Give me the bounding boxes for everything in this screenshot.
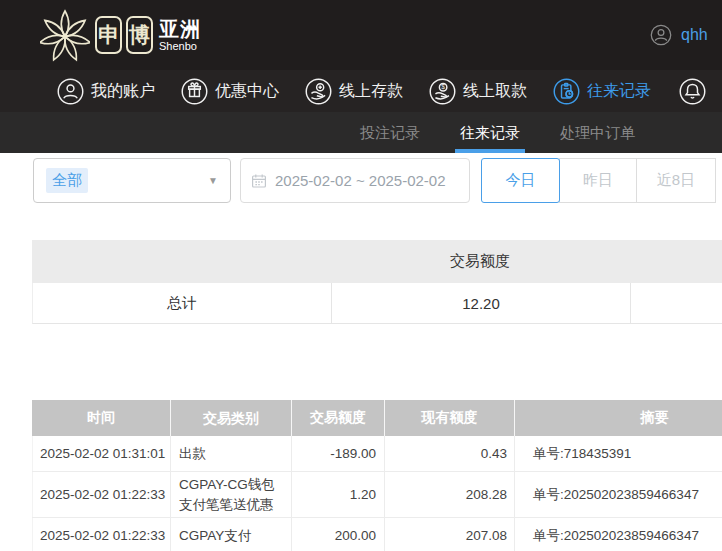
last-8-days-button[interactable]: 近8日 [636, 158, 716, 203]
chevron-down-icon: ▼ [208, 175, 218, 186]
user-area[interactable]: qhh [650, 0, 708, 70]
records-clipboard-icon [553, 78, 580, 105]
cell-amount: 1.20 [292, 472, 385, 517]
summary-total-row: 总计 12.20 [32, 283, 722, 324]
tab-pending-orders[interactable]: 处理中订单 [555, 112, 640, 153]
cell-type: CGPAY支付 [171, 518, 292, 551]
col-header-balance: 现有额度 [385, 400, 515, 436]
deposit-hand-coin-icon [305, 78, 332, 105]
transaction-type-select[interactable]: 全部 ▼ [33, 158, 231, 203]
col-header-type: 交易类别 [171, 400, 292, 436]
bell-icon [679, 78, 706, 105]
app-window: 申 博 亚洲 Shenbo qhh 我的账户 [0, 0, 722, 551]
record-tabs: 投注记录 往来记录 处理中订单 [0, 112, 722, 153]
nav-item-label: 线上取款 [463, 81, 527, 102]
cell-time: 2025-02-02 01:31:01 [32, 436, 171, 471]
cell-amount: -189.00 [292, 436, 385, 471]
flower-logo-icon [40, 8, 90, 62]
summary-total-label: 总计 [33, 283, 331, 323]
logo-char-box-2: 博 [126, 16, 153, 54]
nav-item-label: 线上存款 [339, 81, 403, 102]
summary-table: 交易额度 总计 12.20 [32, 240, 722, 324]
nav-item-label: 优惠中心 [215, 81, 279, 102]
logo-subtitle-text: Shenbo [159, 40, 201, 53]
records-table: 时间 交易类别 交易额度 现有额度 摘要 2025-02-02 01:31:01… [32, 400, 722, 551]
summary-total-value: 12.20 [331, 283, 631, 323]
summary-header-row: 交易额度 [32, 240, 722, 283]
date-range-value: 2025-02-02 ~ 2025-02-02 [275, 172, 446, 189]
svg-text:$: $ [441, 83, 445, 90]
main-nav: 我的账户 优惠中心 线上存款 $ [0, 70, 722, 112]
type-select-value: 全部 [46, 168, 88, 193]
tab-betting-records[interactable]: 投注记录 [355, 112, 425, 153]
site-logo[interactable]: 申 博 亚洲 Shenbo [40, 8, 201, 62]
table-row: 2025-02-02 01:22:33 CGPAY-CG钱包支付笔笔送优惠 1.… [32, 472, 722, 518]
today-button[interactable]: 今日 [481, 158, 560, 203]
cell-summary: 单号:718435391 [515, 436, 722, 471]
content-area: 全部 ▼ 2025-02-02 ~ 2025-02-02 今日 昨日 近8日 交… [0, 153, 722, 551]
table-row: 2025-02-02 01:22:33 CGPAY支付 200.00 207.0… [32, 518, 722, 551]
cell-time: 2025-02-02 01:22:33 [32, 472, 171, 517]
table-row: 2025-02-02 01:31:01 出款 -189.00 0.43 单号:7… [32, 436, 722, 472]
user-icon [57, 78, 84, 105]
top-bar: 申 博 亚洲 Shenbo qhh [0, 0, 722, 70]
nav-item-transaction-records[interactable]: 往来记录 [553, 78, 651, 105]
quick-date-buttons: 今日 昨日 近8日 [481, 158, 716, 203]
cell-summary: 单号:202502023859466347 [515, 472, 722, 517]
logo-char-box-1: 申 [95, 16, 122, 54]
cell-type: CGPAY-CG钱包支付笔笔送优惠 [171, 472, 292, 517]
nav-item-label: 往来记录 [587, 81, 651, 102]
yesterday-button[interactable]: 昨日 [559, 158, 637, 203]
cell-balance: 208.28 [385, 472, 515, 517]
records-table-header: 时间 交易类别 交易额度 现有额度 摘要 [32, 400, 722, 436]
username-label[interactable]: qhh [681, 26, 708, 44]
cell-balance: 207.08 [385, 518, 515, 551]
date-range-input[interactable]: 2025-02-02 ~ 2025-02-02 [240, 158, 470, 203]
withdraw-hand-money-icon: $ [429, 78, 456, 105]
nav-item-my-account[interactable]: 我的账户 [57, 78, 155, 105]
nav-item-label: 我的账户 [91, 81, 155, 102]
col-header-amount: 交易额度 [292, 400, 385, 436]
tab-transaction-records[interactable]: 往来记录 [455, 112, 525, 153]
nav-item-promotions[interactable]: 优惠中心 [181, 78, 279, 105]
summary-header-amount: 交易额度 [330, 252, 630, 271]
nav-item-deposit[interactable]: 线上存款 [305, 78, 403, 105]
cell-time: 2025-02-02 01:22:33 [32, 518, 171, 551]
cell-balance: 0.43 [385, 436, 515, 471]
calendar-icon [251, 173, 267, 189]
gift-icon [181, 78, 208, 105]
cell-amount: 200.00 [292, 518, 385, 551]
col-header-time: 时间 [32, 400, 171, 436]
nav-item-withdraw[interactable]: $ 线上取款 [429, 78, 527, 105]
nav-item-announcements[interactable] [679, 78, 706, 105]
col-header-summary: 摘要 [515, 400, 722, 436]
cell-summary: 单号:202502023859466347 [515, 518, 722, 551]
logo-region-text: 亚洲 [159, 18, 201, 40]
summary-total-empty [631, 283, 722, 323]
cell-type: 出款 [171, 436, 292, 471]
avatar-icon [650, 24, 672, 46]
